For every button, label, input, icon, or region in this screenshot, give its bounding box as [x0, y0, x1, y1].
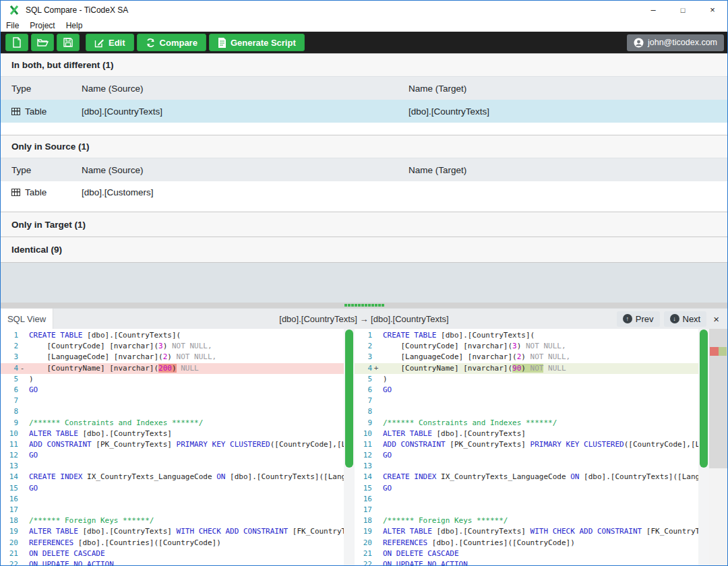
- app-logo-icon: [9, 5, 20, 15]
- new-file-icon: [12, 37, 22, 48]
- comparison-results: In both, but different (1) Type Name (So…: [1, 53, 727, 303]
- code-line: 8: [355, 406, 698, 417]
- column-type: Type: [11, 165, 82, 175]
- user-icon: [634, 38, 644, 48]
- sql-pane-target[interactable]: 1CREATE TABLE [dbo].[CountryTexts](2 [Co…: [355, 329, 698, 565]
- edit-button[interactable]: Edit: [86, 34, 134, 51]
- prev-label: Prev: [636, 314, 654, 324]
- code-line: 13: [355, 461, 698, 472]
- next-label: Next: [683, 314, 701, 324]
- section-only-in-source[interactable]: Only in Source (1): [1, 135, 727, 158]
- column-type: Type: [11, 84, 82, 94]
- code-line: 2 [CountryCode] [nvarchar](3) NOT NULL,: [355, 341, 698, 352]
- code-line: 22ON UPDATE NO ACTION: [355, 559, 698, 565]
- open-folder-icon: [37, 38, 49, 47]
- circle-arrow-down-icon: ↓: [670, 314, 679, 323]
- target-scrollbar[interactable]: [698, 329, 709, 565]
- code-line: 6GO: [355, 385, 698, 396]
- code-line: 18/****** Foreign Keys ******/: [355, 515, 698, 526]
- table-row[interactable]: Table [dbo].[Customers]: [1, 181, 727, 203]
- code-line: 3 [LanguageCode] [nvarchar](2) NOT NULL,: [1, 352, 344, 363]
- code-line: 7: [1, 396, 344, 406]
- close-button[interactable]: ×: [698, 1, 727, 19]
- close-sql-view-button[interactable]: ×: [710, 313, 722, 325]
- code-line: 6GO: [1, 385, 344, 396]
- circle-arrow-up-icon: ↑: [623, 314, 632, 323]
- section-in-both-different[interactable]: In both, but different (1): [1, 53, 727, 76]
- pane-splitter[interactable]: [1, 303, 727, 308]
- scrollbar-thumb[interactable]: [700, 329, 708, 468]
- edit-button-label: Edit: [109, 38, 125, 48]
- row-source-name: [dbo].[CountryTexts]: [82, 106, 408, 117]
- user-account-button[interactable]: john@ticodex.com: [627, 34, 724, 51]
- column-header-row: Type Name (Source) Name (Target): [1, 158, 727, 181]
- compare-icon: [146, 38, 156, 48]
- code-line: 12GO: [355, 450, 698, 461]
- code-line: 9/****** Constraints and Indexes ******/: [355, 418, 698, 429]
- code-line: 11ADD CONSTRAINT [PK_CountryTexts] PRIMA…: [355, 439, 698, 450]
- sql-pane-source[interactable]: 1CREATE TABLE [dbo].[CountryTexts](2 [Co…: [1, 329, 344, 565]
- code-line: 1CREATE TABLE [dbo].[CountryTexts](: [1, 330, 344, 341]
- section-identical[interactable]: Identical (9): [1, 237, 727, 262]
- new-project-button[interactable]: [5, 34, 28, 51]
- results-empty-area: [1, 262, 727, 303]
- open-project-button[interactable]: [31, 34, 54, 51]
- toolbar: Edit Compare Generate Script: [1, 32, 727, 53]
- code-line: 16: [355, 494, 698, 505]
- title-bar: SQL Compare - TiCodeX SA – □ ×: [1, 1, 727, 19]
- section-only-in-target[interactable]: Only in Target (1): [1, 212, 727, 237]
- diff-overview-removed-mark: [710, 347, 719, 356]
- menu-file[interactable]: File: [6, 21, 19, 30]
- minimize-button[interactable]: –: [638, 1, 668, 19]
- save-icon: [63, 38, 73, 47]
- code-line: 5): [1, 374, 344, 385]
- code-line: 21ON DELETE CASCADE: [1, 548, 344, 559]
- row-type: Table: [25, 187, 47, 197]
- code-line: 14CREATE INDEX IX_CountryTexts_LanguageC…: [355, 472, 698, 482]
- menu-bar: File Project Help: [1, 19, 727, 32]
- code-line: 21ON DELETE CASCADE: [355, 548, 698, 559]
- sql-view-header: SQL View [dbo].[CountryTexts] → [dbo].[C…: [1, 308, 727, 329]
- code-line: 10ALTER TABLE [dbo].[CountryTexts]: [355, 429, 698, 439]
- maximize-button[interactable]: □: [668, 1, 698, 19]
- scrollbar-thumb[interactable]: [345, 329, 353, 468]
- menu-help[interactable]: Help: [66, 21, 83, 30]
- app-window: SQL Compare - TiCodeX SA – □ × File Proj…: [0, 0, 728, 566]
- source-scrollbar[interactable]: [344, 329, 355, 565]
- generate-script-icon: [218, 38, 226, 48]
- table-icon: [11, 108, 20, 115]
- splitter-grip-icon: [344, 304, 384, 307]
- compare-button[interactable]: Compare: [137, 34, 206, 51]
- menu-project[interactable]: Project: [30, 21, 55, 30]
- code-line: 13: [1, 461, 344, 472]
- code-line: 22ON UPDATE NO ACTION: [1, 559, 344, 565]
- code-line: 7: [355, 396, 698, 406]
- code-line: 17: [1, 505, 344, 515]
- section-spacer: [1, 203, 727, 212]
- code-line: 11ADD CONSTRAINT [PK_CountryTexts] PRIMA…: [1, 439, 344, 450]
- code-line: 4+ [CountryName] [nvarchar](90) NOT NULL: [355, 363, 698, 374]
- code-line: 3 [LanguageCode] [nvarchar](2) NOT NULL,: [355, 352, 698, 363]
- user-email: john@ticodex.com: [648, 38, 717, 47]
- table-row[interactable]: Table [dbo].[CountryTexts] [dbo].[Countr…: [1, 100, 727, 123]
- code-line: 19ALTER TABLE [dbo].[CountryTexts] WITH …: [1, 526, 344, 537]
- generate-script-button[interactable]: Generate Script: [209, 34, 305, 51]
- row-type: Table: [25, 106, 47, 117]
- code-line: 1CREATE TABLE [dbo].[CountryTexts](: [355, 330, 698, 341]
- window-title: SQL Compare - TiCodeX SA: [26, 5, 128, 15]
- prev-diff-button[interactable]: ↑ Prev: [617, 311, 660, 327]
- code-line: 18/****** Foreign Keys ******/: [1, 515, 344, 526]
- code-line: 17: [355, 505, 698, 515]
- code-line: 2 [CountryCode] [nvarchar](3) NOT NULL,: [1, 341, 344, 352]
- next-diff-button[interactable]: ↓ Next: [664, 311, 707, 327]
- code-line: 15GO: [355, 483, 698, 494]
- column-name-source: Name (Source): [82, 84, 408, 94]
- code-line: 12GO: [1, 450, 344, 461]
- row-source-name: [dbo].[Customers]: [82, 187, 408, 197]
- generate-script-button-label: Generate Script: [231, 38, 296, 48]
- code-line: 10ALTER TABLE [dbo].[CountryTexts]: [1, 429, 344, 439]
- code-line: 20REFERENCES [dbo].[Countries]([CountryC…: [355, 538, 698, 548]
- diff-overview-bar: [709, 329, 727, 565]
- save-project-button[interactable]: [57, 34, 80, 51]
- tab-sql-view[interactable]: SQL View: [1, 309, 53, 329]
